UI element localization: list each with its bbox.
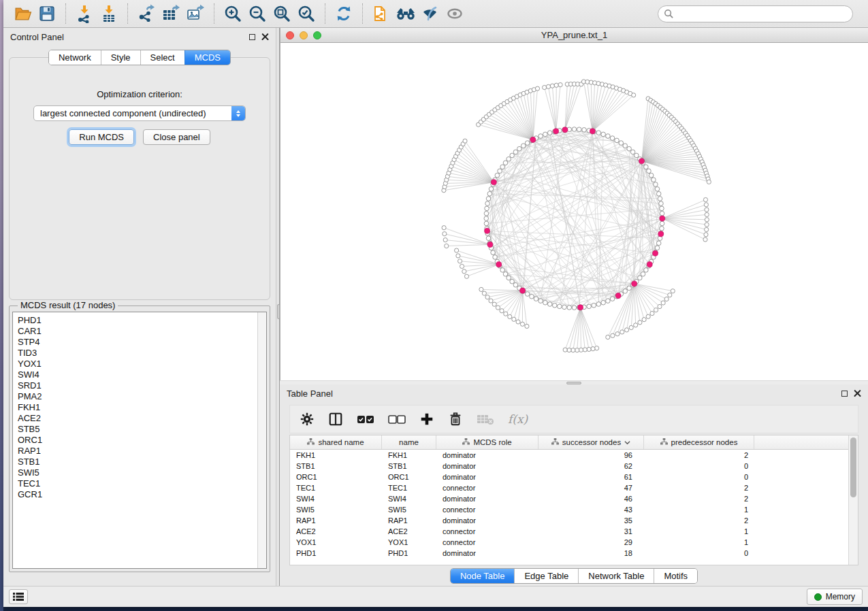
list-item[interactable]: SWI4 (18, 369, 257, 380)
list-item[interactable]: RAP1 (18, 446, 257, 457)
splitter-grabber[interactable] (566, 382, 581, 384)
network-graph[interactable] (280, 43, 868, 380)
list-item[interactable]: SRD1 (18, 380, 257, 391)
table-row[interactable]: PHD1PHD1dominator180 (290, 548, 848, 559)
table-cell[interactable]: dominator (436, 493, 539, 504)
table-cell[interactable]: SWI4 (382, 493, 436, 504)
optimization-criterion-select[interactable]: largest connected component (undirected) (33, 105, 246, 121)
table-scrollbar[interactable] (848, 435, 858, 565)
table-cell[interactable]: FKH1 (382, 450, 436, 461)
list-item[interactable]: GCR1 (18, 489, 257, 500)
list-item[interactable]: ACE2 (18, 413, 257, 424)
float-panel-icon[interactable] (249, 34, 255, 40)
table-cell[interactable]: 0 (644, 472, 754, 482)
vertical-splitter[interactable] (276, 28, 280, 586)
table-cell[interactable]: STB1 (382, 461, 436, 472)
table-cell[interactable]: 35 (539, 515, 644, 526)
run-mcds-button[interactable]: Run MCDS (69, 129, 134, 145)
table-cell[interactable]: YOX1 (382, 537, 436, 548)
table-cell[interactable]: dominator (436, 548, 539, 559)
table-cell[interactable]: RAP1 (382, 515, 436, 526)
table-cell[interactable]: PHD1 (382, 548, 436, 559)
table-cell[interactable]: TEC1 (382, 482, 436, 493)
list-item[interactable]: STP4 (18, 337, 257, 348)
table-cell[interactable]: dominator (436, 515, 539, 526)
table-cell[interactable]: 29 (539, 537, 644, 548)
table-row[interactable]: FKH1FKH1dominator962 (290, 450, 848, 461)
panel-list-button[interactable] (9, 589, 28, 604)
table-cell[interactable]: ACE2 (290, 526, 382, 537)
table-row[interactable]: SWI4SWI4dominator462 (290, 493, 848, 504)
zoom-selected-icon[interactable] (294, 2, 319, 25)
tab-select[interactable]: Select (140, 50, 184, 65)
splitter-grabber[interactable] (277, 304, 280, 319)
zoom-fit-icon[interactable] (270, 2, 294, 25)
trash-icon[interactable] (448, 412, 463, 427)
gear-icon[interactable] (300, 412, 315, 427)
list-item[interactable]: CAR1 (18, 326, 257, 337)
table-cell[interactable]: TEC1 (290, 482, 382, 493)
table-row[interactable]: ACE2ACE2connector311 (290, 526, 848, 537)
column-header-mcds-role[interactable]: MCDS role (436, 435, 539, 449)
table-cell[interactable]: connector (436, 526, 539, 537)
refresh-view-icon[interactable] (332, 2, 356, 25)
close-panel-button[interactable]: Close panel (143, 129, 210, 145)
table-cell[interactable]: 1 (644, 537, 754, 548)
save-session-icon[interactable] (35, 2, 59, 25)
table-cell[interactable]: 96 (539, 450, 644, 461)
scrollbar-thumb[interactable] (850, 437, 856, 497)
share-document-icon[interactable] (369, 2, 393, 25)
table-cell[interactable]: STB1 (290, 461, 382, 472)
table-cell[interactable]: RAP1 (290, 515, 382, 526)
float-panel-icon[interactable] (841, 391, 848, 397)
binoculars-search-icon[interactable] (393, 2, 418, 25)
memory-button[interactable]: Memory (807, 589, 863, 605)
table-cell[interactable]: dominator (436, 461, 539, 472)
list-item[interactable]: TID3 (18, 348, 257, 359)
table-cell[interactable]: 46 (539, 493, 644, 504)
add-row-icon[interactable] (419, 412, 434, 427)
list-item[interactable]: TEC1 (18, 478, 257, 489)
table-cell[interactable]: 2 (644, 450, 754, 461)
table-cell[interactable]: ORC1 (290, 472, 382, 482)
table-cell[interactable]: 2 (644, 482, 754, 493)
table-cell[interactable]: dominator (436, 472, 539, 482)
table-cell[interactable]: 1 (644, 526, 754, 537)
table-cell[interactable]: FKH1 (290, 450, 382, 461)
mcds-list-scrollbar[interactable] (257, 312, 266, 568)
show-columns-icon[interactable] (328, 412, 343, 427)
export-table-icon[interactable] (159, 2, 183, 25)
table-cell[interactable]: 18 (539, 548, 644, 559)
column-header-shared-name[interactable]: shared name (290, 435, 382, 449)
open-file-icon[interactable] (10, 2, 35, 25)
list-item[interactable]: SWI5 (18, 467, 257, 478)
table-cell[interactable]: 0 (644, 461, 754, 472)
import-table-icon[interactable] (97, 2, 121, 25)
tab-style[interactable]: Style (101, 50, 140, 65)
deselect-all-icon[interactable] (388, 414, 406, 425)
network-search-box[interactable] (658, 5, 853, 22)
table-cell[interactable]: SWI5 (382, 504, 436, 515)
table-cell[interactable]: connector (436, 482, 539, 493)
tab-mcds[interactable]: MCDS (184, 50, 230, 65)
select-all-icon[interactable] (357, 414, 374, 425)
table-cell[interactable]: 47 (539, 482, 644, 493)
table-cell[interactable]: YOX1 (290, 537, 382, 548)
list-item[interactable]: PHD1 (18, 315, 257, 326)
table-row[interactable]: YOX1YOX1connector291 (290, 537, 848, 548)
list-item[interactable]: ORC1 (18, 435, 257, 446)
tab-motifs[interactable]: Motifs (654, 569, 697, 583)
table-cell[interactable]: dominator (436, 450, 539, 461)
table-cell[interactable]: 0 (644, 548, 754, 559)
hide-eye-icon[interactable] (418, 2, 443, 25)
table-cell[interactable]: ORC1 (382, 472, 436, 482)
zoom-out-icon[interactable] (245, 2, 270, 25)
table-row[interactable]: ORC1ORC1dominator610 (290, 472, 848, 482)
list-item[interactable]: PMA2 (18, 391, 257, 402)
tab-edge-table[interactable]: Edge Table (514, 569, 578, 583)
table-cell[interactable]: 2 (644, 515, 754, 526)
zoom-in-icon[interactable] (221, 2, 245, 25)
table-cell[interactable]: ACE2 (382, 526, 436, 537)
import-network-icon[interactable] (72, 2, 97, 25)
tab-network[interactable]: Network (49, 50, 101, 65)
